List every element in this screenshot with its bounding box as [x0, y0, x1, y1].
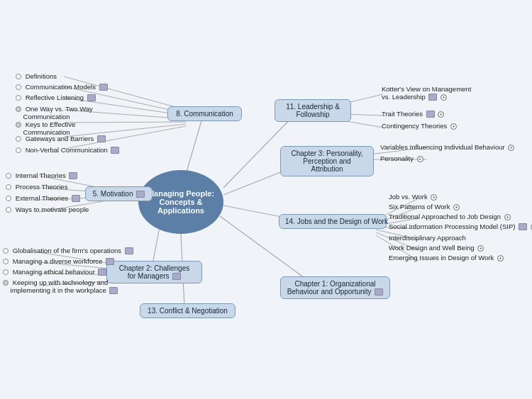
leaf-icon	[111, 147, 119, 154]
leaf-nonverbal: Non-Verbal Communication	[16, 146, 119, 154]
leaf-wellbeing: Work Design and Well Being +	[389, 244, 484, 252]
leaf-dot	[3, 280, 9, 286]
leaf-interdisciplinary: Interdisciplinary Approach	[389, 234, 466, 242]
leaf-traditional: Traditional Approached to Job Design +	[389, 213, 511, 220]
leaf-ethical: Managing ethical behaviour	[3, 268, 106, 276]
leaf-internal: Internal Theories	[6, 172, 77, 179]
leaf-diverse: Managing a diverse workforce	[3, 257, 114, 265]
leaf-icon	[426, 111, 435, 118]
expand-icon[interactable]: +	[438, 111, 444, 118]
leaf-icon	[72, 195, 80, 202]
leaf-six-patterns: Six Patterns of Work +	[389, 203, 460, 210]
leaf-personality: Personality +	[380, 154, 423, 162]
leaf-external: External Theories	[6, 194, 80, 202]
org-behaviour-node[interactable]: Chapter 1: OrganizationalBehaviour and O…	[280, 276, 390, 299]
leaf-dot	[3, 248, 9, 254]
leaf-dot	[3, 269, 9, 275]
leaf-emerging: Emerging Issues in Design of Work +	[389, 254, 504, 262]
motivation-icon	[136, 191, 145, 198]
leaf-dot	[6, 196, 11, 201]
leaf-dot	[16, 106, 21, 112]
leaf-kotter: Kotter's View on Managementvs. Leadershi…	[382, 85, 471, 101]
personality-node[interactable]: Chapter 3: Personality,Perception and At…	[280, 146, 374, 176]
leaf-oneway: One Way vs. Two Way Communication	[16, 105, 93, 120]
leaf-dot	[6, 184, 11, 190]
leaf-technology: Keeping up with technology and implement…	[3, 279, 118, 294]
leaf-keys: Keys to Effective Communication	[16, 120, 75, 136]
leaf-sip: Social Information Processing Model (SIP…	[389, 223, 532, 230]
leaf-ways-motivate: Ways to motivate people	[6, 206, 89, 213]
leaf-icon	[519, 223, 527, 230]
leaf-globalisation: Globalisation of the firm's operations	[3, 247, 133, 254]
leaf-icon	[125, 247, 133, 254]
leaf-variables: Variables Influencing Individual Behavio…	[380, 143, 514, 151]
leaf-icon	[87, 94, 96, 101]
leaf-dot	[16, 84, 21, 90]
leaf-dot	[16, 95, 21, 101]
leaf-icon	[428, 94, 437, 101]
leaf-dot	[16, 122, 21, 128]
challenges-node[interactable]: Chapter 2: Challengesfor Managers	[106, 261, 202, 283]
expand-icon[interactable]: +	[440, 94, 447, 101]
expand-icon[interactable]: +	[477, 245, 484, 252]
expand-icon[interactable]: +	[497, 255, 504, 262]
leaf-icon	[99, 84, 108, 91]
expand-icon[interactable]: +	[431, 194, 437, 201]
leaf-reflective: Reflective Listening	[16, 94, 96, 101]
leaf-dot	[6, 207, 11, 213]
expand-icon[interactable]: +	[508, 145, 514, 151]
leaf-dot	[16, 74, 21, 79]
leaf-icon	[97, 135, 106, 142]
expand-icon[interactable]: +	[417, 156, 423, 162]
leaf-dot	[6, 173, 11, 179]
svg-line-6	[153, 227, 160, 264]
expand-icon[interactable]: +	[453, 204, 460, 210]
org-icon	[375, 288, 383, 296]
leaf-icon	[98, 269, 106, 276]
expand-icon[interactable]: +	[450, 123, 457, 130]
leaf-job-vs-work: Job vs. Work +	[389, 193, 437, 201]
leaf-icon	[69, 172, 77, 179]
challenges-icon	[172, 273, 181, 280]
expand-icon[interactable]: +	[504, 214, 511, 220]
communication-node[interactable]: 8. Communication	[167, 106, 242, 121]
leaf-definitions: Definitions	[16, 72, 57, 80]
svg-line-12	[64, 122, 186, 123]
motivation-node[interactable]: 5. Motivation	[85, 186, 153, 201]
center-node: Managing People: Concepts & Applications	[138, 170, 223, 234]
leaf-icon	[109, 287, 118, 294]
conflict-node[interactable]: 13. Conflict & Negotiation	[140, 303, 235, 318]
leaf-dot	[16, 147, 21, 153]
leaf-comm-models: Communication Models	[16, 83, 108, 91]
leaf-process: Process Theories	[6, 183, 67, 191]
leaf-gateways: Gateways and Barriers	[16, 135, 106, 142]
leadership-node[interactable]: 11. Leadership & Followship	[275, 99, 351, 122]
leaf-dot	[3, 259, 9, 264]
leaf-dot	[16, 136, 21, 142]
jobs-node[interactable]: 14. Jobs and the Design of Work	[279, 214, 387, 229]
leaf-contingency: Contingency Theories +	[382, 122, 457, 130]
leaf-trait: Trait Theories +	[382, 110, 444, 118]
leaf-icon	[106, 258, 114, 265]
